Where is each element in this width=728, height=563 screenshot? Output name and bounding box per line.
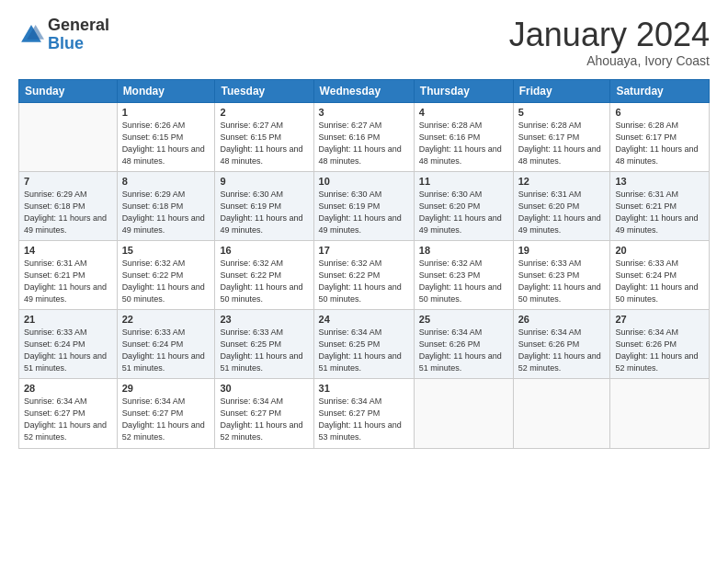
- calendar-cell: 7Sunrise: 6:29 AMSunset: 6:18 PMDaylight…: [19, 171, 118, 240]
- day-info: Sunrise: 6:26 AMSunset: 6:15 PMDaylight:…: [122, 120, 210, 167]
- calendar-cell: 10Sunrise: 6:30 AMSunset: 6:19 PMDayligh…: [313, 171, 414, 240]
- weekday-header-monday: Monday: [117, 79, 215, 102]
- day-number: 25: [419, 314, 508, 325]
- calendar-cell: 30Sunrise: 6:34 AMSunset: 6:27 PMDayligh…: [215, 379, 313, 448]
- calendar-cell: 23Sunrise: 6:33 AMSunset: 6:25 PMDayligh…: [215, 310, 313, 379]
- calendar-cell: 27Sunrise: 6:34 AMSunset: 6:26 PMDayligh…: [610, 310, 710, 379]
- day-info: Sunrise: 6:33 AMSunset: 6:25 PMDaylight:…: [220, 327, 308, 374]
- day-number: 14: [24, 245, 112, 256]
- month-title: January 2024: [509, 17, 710, 53]
- weekday-header-friday: Friday: [513, 79, 610, 102]
- day-info: Sunrise: 6:33 AMSunset: 6:23 PMDaylight:…: [518, 258, 606, 305]
- day-info: Sunrise: 6:34 AMSunset: 6:25 PMDaylight:…: [319, 327, 409, 374]
- logo: General Blue: [18, 17, 109, 53]
- day-info: Sunrise: 6:33 AMSunset: 6:24 PMDaylight:…: [615, 258, 704, 305]
- title-block: January 2024 Ahouaya, Ivory Coast: [509, 17, 710, 68]
- day-info: Sunrise: 6:28 AMSunset: 6:16 PMDaylight:…: [419, 120, 508, 167]
- calendar-cell: 29Sunrise: 6:34 AMSunset: 6:27 PMDayligh…: [117, 379, 215, 448]
- day-info: Sunrise: 6:28 AMSunset: 6:17 PMDaylight:…: [615, 120, 704, 167]
- calendar-week-4: 21Sunrise: 6:33 AMSunset: 6:24 PMDayligh…: [19, 310, 710, 379]
- calendar-cell: 1Sunrise: 6:26 AMSunset: 6:15 PMDaylight…: [117, 102, 215, 171]
- calendar-cell: 25Sunrise: 6:34 AMSunset: 6:26 PMDayligh…: [414, 310, 513, 379]
- calendar-cell: 21Sunrise: 6:33 AMSunset: 6:24 PMDayligh…: [19, 310, 118, 379]
- day-number: 6: [615, 107, 704, 118]
- logo-text: General Blue: [48, 17, 109, 53]
- day-number: 4: [419, 107, 508, 118]
- day-number: 2: [220, 107, 308, 118]
- weekday-header-sunday: Sunday: [19, 79, 118, 102]
- calendar-cell: 2Sunrise: 6:27 AMSunset: 6:15 PMDaylight…: [215, 102, 313, 171]
- calendar-table: SundayMondayTuesdayWednesdayThursdayFrid…: [18, 79, 710, 449]
- day-number: 21: [24, 314, 112, 325]
- calendar-cell: 12Sunrise: 6:31 AMSunset: 6:20 PMDayligh…: [513, 171, 610, 240]
- weekday-header-saturday: Saturday: [610, 79, 710, 102]
- location-subtitle: Ahouaya, Ivory Coast: [509, 53, 710, 68]
- calendar-cell: 5Sunrise: 6:28 AMSunset: 6:17 PMDaylight…: [513, 102, 610, 171]
- day-info: Sunrise: 6:34 AMSunset: 6:26 PMDaylight:…: [419, 327, 508, 374]
- weekday-header-row: SundayMondayTuesdayWednesdayThursdayFrid…: [19, 79, 710, 102]
- day-info: Sunrise: 6:34 AMSunset: 6:27 PMDaylight:…: [122, 396, 210, 443]
- day-info: Sunrise: 6:34 AMSunset: 6:27 PMDaylight:…: [319, 396, 409, 443]
- calendar-cell: 17Sunrise: 6:32 AMSunset: 6:22 PMDayligh…: [313, 240, 414, 309]
- day-info: Sunrise: 6:34 AMSunset: 6:26 PMDaylight:…: [615, 327, 704, 374]
- weekday-header-tuesday: Tuesday: [215, 79, 313, 102]
- day-info: Sunrise: 6:29 AMSunset: 6:18 PMDaylight:…: [24, 189, 112, 236]
- calendar-cell: [19, 102, 118, 171]
- day-info: Sunrise: 6:31 AMSunset: 6:20 PMDaylight:…: [518, 189, 606, 236]
- day-info: Sunrise: 6:33 AMSunset: 6:24 PMDaylight:…: [122, 327, 210, 374]
- calendar-cell: [610, 379, 710, 448]
- day-number: 12: [518, 176, 606, 187]
- day-number: 8: [122, 176, 210, 187]
- day-number: 18: [419, 245, 508, 256]
- day-info: Sunrise: 6:31 AMSunset: 6:21 PMDaylight:…: [615, 189, 704, 236]
- day-info: Sunrise: 6:33 AMSunset: 6:24 PMDaylight:…: [24, 327, 112, 374]
- weekday-header-wednesday: Wednesday: [313, 79, 414, 102]
- day-number: 11: [419, 176, 508, 187]
- calendar-cell: 28Sunrise: 6:34 AMSunset: 6:27 PMDayligh…: [19, 379, 118, 448]
- calendar-cell: 11Sunrise: 6:30 AMSunset: 6:20 PMDayligh…: [414, 171, 513, 240]
- day-number: 7: [24, 176, 112, 187]
- day-info: Sunrise: 6:30 AMSunset: 6:19 PMDaylight:…: [319, 189, 409, 236]
- logo-general: General: [48, 17, 109, 35]
- calendar-cell: 13Sunrise: 6:31 AMSunset: 6:21 PMDayligh…: [610, 171, 710, 240]
- day-number: 22: [122, 314, 210, 325]
- day-number: 3: [319, 107, 409, 118]
- day-info: Sunrise: 6:29 AMSunset: 6:18 PMDaylight:…: [122, 189, 210, 236]
- day-number: 19: [518, 245, 606, 256]
- header: General Blue January 2024 Ahouaya, Ivory…: [18, 17, 710, 68]
- day-number: 1: [122, 107, 210, 118]
- day-info: Sunrise: 6:32 AMSunset: 6:23 PMDaylight:…: [419, 258, 508, 305]
- calendar-cell: 26Sunrise: 6:34 AMSunset: 6:26 PMDayligh…: [513, 310, 610, 379]
- day-info: Sunrise: 6:30 AMSunset: 6:20 PMDaylight:…: [419, 189, 508, 236]
- day-info: Sunrise: 6:34 AMSunset: 6:27 PMDaylight:…: [220, 396, 308, 443]
- calendar-cell: 15Sunrise: 6:32 AMSunset: 6:22 PMDayligh…: [117, 240, 215, 309]
- day-info: Sunrise: 6:32 AMSunset: 6:22 PMDaylight:…: [319, 258, 409, 305]
- calendar-cell: 14Sunrise: 6:31 AMSunset: 6:21 PMDayligh…: [19, 240, 118, 309]
- day-number: 17: [319, 245, 409, 256]
- day-number: 10: [319, 176, 409, 187]
- day-number: 15: [122, 245, 210, 256]
- day-number: 28: [24, 383, 112, 394]
- day-info: Sunrise: 6:31 AMSunset: 6:21 PMDaylight:…: [24, 258, 112, 305]
- day-info: Sunrise: 6:27 AMSunset: 6:15 PMDaylight:…: [220, 120, 308, 167]
- day-number: 24: [319, 314, 409, 325]
- day-number: 13: [615, 176, 704, 187]
- calendar-cell: [513, 379, 610, 448]
- logo-blue: Blue: [48, 35, 109, 53]
- day-number: 9: [220, 176, 308, 187]
- calendar-cell: 4Sunrise: 6:28 AMSunset: 6:16 PMDaylight…: [414, 102, 513, 171]
- day-info: Sunrise: 6:34 AMSunset: 6:27 PMDaylight:…: [24, 396, 112, 443]
- day-number: 30: [220, 383, 308, 394]
- day-number: 5: [518, 107, 606, 118]
- day-info: Sunrise: 6:34 AMSunset: 6:26 PMDaylight:…: [518, 327, 606, 374]
- calendar-cell: [414, 379, 513, 448]
- calendar-cell: 6Sunrise: 6:28 AMSunset: 6:17 PMDaylight…: [610, 102, 710, 171]
- calendar-week-5: 28Sunrise: 6:34 AMSunset: 6:27 PMDayligh…: [19, 379, 710, 448]
- day-number: 26: [518, 314, 606, 325]
- day-number: 27: [615, 314, 704, 325]
- calendar-cell: 18Sunrise: 6:32 AMSunset: 6:23 PMDayligh…: [414, 240, 513, 309]
- calendar-cell: 20Sunrise: 6:33 AMSunset: 6:24 PMDayligh…: [610, 240, 710, 309]
- day-number: 20: [615, 245, 704, 256]
- calendar-cell: 3Sunrise: 6:27 AMSunset: 6:16 PMDaylight…: [313, 102, 414, 171]
- calendar-week-1: 1Sunrise: 6:26 AMSunset: 6:15 PMDaylight…: [19, 102, 710, 171]
